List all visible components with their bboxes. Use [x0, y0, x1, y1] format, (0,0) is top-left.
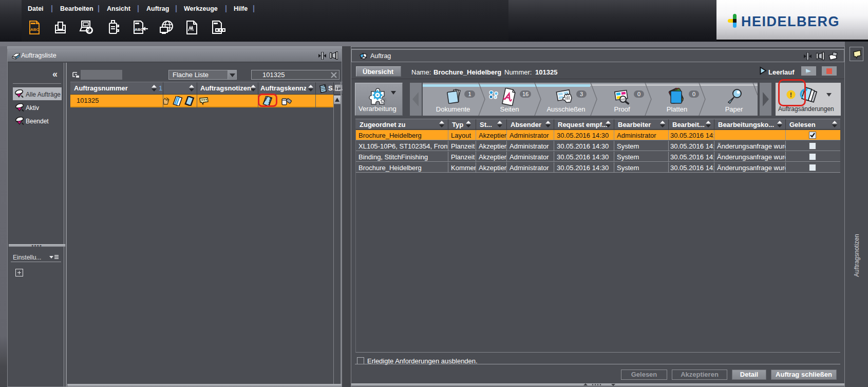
svg-text:ABC: ABC [135, 27, 144, 32]
svg-text:ABC: ABC [30, 27, 40, 32]
